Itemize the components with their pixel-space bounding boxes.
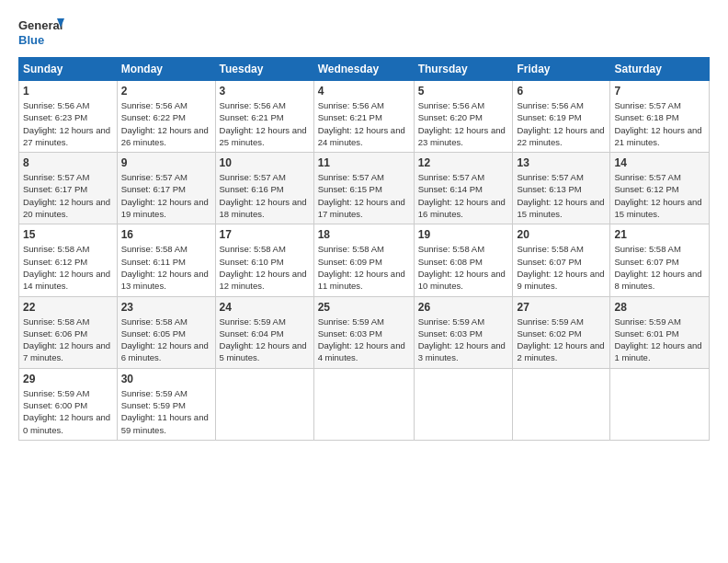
calendar-cell: 2 Sunrise: 5:56 AM Sunset: 6:22 PM Dayli… [117,81,215,153]
calendar-cell: 1 Sunrise: 5:56 AM Sunset: 6:23 PM Dayli… [19,81,118,153]
day-info: Sunrise: 5:58 AM Sunset: 6:12 PM Dayligh… [23,243,113,292]
day-info: Sunrise: 5:59 AM Sunset: 6:01 PM Dayligh… [614,316,705,364]
calendar-week-3: 15 Sunrise: 5:58 AM Sunset: 6:12 PM Dayl… [19,224,710,296]
day-number: 17 [220,228,310,241]
calendar-cell: 29 Sunrise: 5:59 AM Sunset: 6:00 PM Dayl… [19,368,118,440]
day-number: 7 [614,85,705,98]
day-info: Sunrise: 5:58 AM Sunset: 6:10 PM Dayligh… [220,243,310,292]
day-number: 20 [517,228,606,241]
calendar-cell [610,368,710,440]
day-number: 27 [517,301,606,314]
day-number: 8 [23,156,113,169]
calendar-cell: 11 Sunrise: 5:57 AM Sunset: 6:15 PM Dayl… [313,153,414,224]
svg-text:Blue: Blue [18,33,44,47]
calendar-cell: 8 Sunrise: 5:57 AM Sunset: 6:17 PM Dayli… [19,153,118,224]
calendar-header-row: SundayMondayTuesdayWednesdayThursdayFrid… [19,58,710,81]
day-info: Sunrise: 5:59 AM Sunset: 6:03 PM Dayligh… [418,316,509,364]
column-header-monday: Monday [117,58,215,81]
day-number: 13 [517,156,606,169]
day-info: Sunrise: 5:59 AM Sunset: 6:04 PM Dayligh… [220,316,310,364]
day-number: 6 [517,85,606,98]
calendar-cell [414,368,513,440]
day-info: Sunrise: 5:57 AM Sunset: 6:18 PM Dayligh… [614,99,705,148]
calendar-cell: 10 Sunrise: 5:57 AM Sunset: 6:16 PM Dayl… [215,153,313,224]
calendar-cell: 9 Sunrise: 5:57 AM Sunset: 6:17 PM Dayli… [117,153,215,224]
day-info: Sunrise: 5:58 AM Sunset: 6:05 PM Dayligh… [121,316,211,364]
calendar-cell: 20 Sunrise: 5:58 AM Sunset: 6:07 PM Dayl… [513,224,610,296]
calendar-cell: 14 Sunrise: 5:57 AM Sunset: 6:12 PM Dayl… [610,153,710,224]
day-number: 26 [418,301,509,314]
calendar-cell: 17 Sunrise: 5:58 AM Sunset: 6:10 PM Dayl… [215,224,313,296]
calendar-cell: 22 Sunrise: 5:58 AM Sunset: 6:06 PM Dayl… [19,296,118,368]
day-info: Sunrise: 5:59 AM Sunset: 6:03 PM Dayligh… [318,316,410,364]
day-info: Sunrise: 5:57 AM Sunset: 6:17 PM Dayligh… [23,171,113,220]
calendar-cell: 26 Sunrise: 5:59 AM Sunset: 6:03 PM Dayl… [414,296,513,368]
day-number: 9 [121,156,211,169]
calendar-cell: 18 Sunrise: 5:58 AM Sunset: 6:09 PM Dayl… [313,224,414,296]
day-info: Sunrise: 5:57 AM Sunset: 6:16 PM Dayligh… [220,171,310,220]
calendar-cell [215,368,313,440]
calendar-cell: 24 Sunrise: 5:59 AM Sunset: 6:04 PM Dayl… [215,296,313,368]
calendar-cell: 16 Sunrise: 5:58 AM Sunset: 6:11 PM Dayl… [117,224,215,296]
calendar-cell [313,368,414,440]
header: General Blue [18,15,710,50]
calendar-cell: 28 Sunrise: 5:59 AM Sunset: 6:01 PM Dayl… [610,296,710,368]
day-info: Sunrise: 5:58 AM Sunset: 6:09 PM Dayligh… [318,243,410,292]
column-header-tuesday: Tuesday [215,58,313,81]
calendar-cell: 7 Sunrise: 5:57 AM Sunset: 6:18 PM Dayli… [610,81,710,153]
day-info: Sunrise: 5:57 AM Sunset: 6:15 PM Dayligh… [318,171,410,220]
column-header-wednesday: Wednesday [313,58,414,81]
day-info: Sunrise: 5:59 AM Sunset: 6:02 PM Dayligh… [517,316,606,364]
day-info: Sunrise: 5:57 AM Sunset: 6:12 PM Dayligh… [614,171,705,220]
calendar-week-4: 22 Sunrise: 5:58 AM Sunset: 6:06 PM Dayl… [19,296,710,368]
day-info: Sunrise: 5:58 AM Sunset: 6:08 PM Dayligh… [418,243,509,292]
calendar-cell: 21 Sunrise: 5:58 AM Sunset: 6:07 PM Dayl… [610,224,710,296]
calendar-cell: 30 Sunrise: 5:59 AM Sunset: 5:59 PM Dayl… [117,368,215,440]
day-info: Sunrise: 5:59 AM Sunset: 6:00 PM Dayligh… [23,387,113,436]
day-info: Sunrise: 5:59 AM Sunset: 5:59 PM Dayligh… [121,387,211,436]
day-number: 21 [614,228,705,241]
calendar-week-1: 1 Sunrise: 5:56 AM Sunset: 6:23 PM Dayli… [19,81,710,153]
calendar-week-2: 8 Sunrise: 5:57 AM Sunset: 6:17 PM Dayli… [19,153,710,224]
day-info: Sunrise: 5:58 AM Sunset: 6:06 PM Dayligh… [23,316,113,364]
calendar-cell: 13 Sunrise: 5:57 AM Sunset: 6:13 PM Dayl… [513,153,610,224]
day-number: 24 [220,301,310,314]
column-header-saturday: Saturday [610,58,710,81]
day-number: 16 [121,228,211,241]
logo: General Blue [18,15,64,50]
day-number: 15 [23,228,113,241]
day-number: 23 [121,301,211,314]
day-number: 30 [121,373,211,385]
day-number: 25 [318,301,410,314]
day-number: 19 [418,228,509,241]
day-info: Sunrise: 5:56 AM Sunset: 6:23 PM Dayligh… [23,99,113,148]
day-info: Sunrise: 5:56 AM Sunset: 6:19 PM Dayligh… [517,99,606,148]
day-number: 11 [318,156,410,169]
calendar-cell: 3 Sunrise: 5:56 AM Sunset: 6:21 PM Dayli… [215,81,313,153]
calendar-cell: 4 Sunrise: 5:56 AM Sunset: 6:21 PM Dayli… [313,81,414,153]
day-number: 12 [418,156,509,169]
calendar-cell: 12 Sunrise: 5:57 AM Sunset: 6:14 PM Dayl… [414,153,513,224]
day-info: Sunrise: 5:56 AM Sunset: 6:21 PM Dayligh… [318,99,410,148]
day-number: 22 [23,301,113,314]
column-header-friday: Friday [513,58,610,81]
calendar-cell: 27 Sunrise: 5:59 AM Sunset: 6:02 PM Dayl… [513,296,610,368]
calendar-cell: 19 Sunrise: 5:58 AM Sunset: 6:08 PM Dayl… [414,224,513,296]
day-info: Sunrise: 5:58 AM Sunset: 6:11 PM Dayligh… [121,243,211,292]
day-info: Sunrise: 5:56 AM Sunset: 6:20 PM Dayligh… [418,99,509,148]
calendar-week-5: 29 Sunrise: 5:59 AM Sunset: 6:00 PM Dayl… [19,368,710,440]
day-info: Sunrise: 5:56 AM Sunset: 6:22 PM Dayligh… [121,99,211,148]
calendar-cell: 25 Sunrise: 5:59 AM Sunset: 6:03 PM Dayl… [313,296,414,368]
logo-svg: General Blue [18,15,64,50]
day-number: 14 [614,156,705,169]
day-info: Sunrise: 5:58 AM Sunset: 6:07 PM Dayligh… [614,243,705,292]
day-info: Sunrise: 5:57 AM Sunset: 6:13 PM Dayligh… [517,171,606,220]
day-number: 2 [121,85,211,98]
calendar-cell: 6 Sunrise: 5:56 AM Sunset: 6:19 PM Dayli… [513,81,610,153]
page: General Blue SundayMondayTuesdayWednesda… [0,0,728,563]
day-number: 28 [614,301,705,314]
calendar-cell [513,368,610,440]
day-info: Sunrise: 5:57 AM Sunset: 6:14 PM Dayligh… [418,171,509,220]
svg-text:General: General [18,18,63,32]
calendar-cell: 23 Sunrise: 5:58 AM Sunset: 6:05 PM Dayl… [117,296,215,368]
